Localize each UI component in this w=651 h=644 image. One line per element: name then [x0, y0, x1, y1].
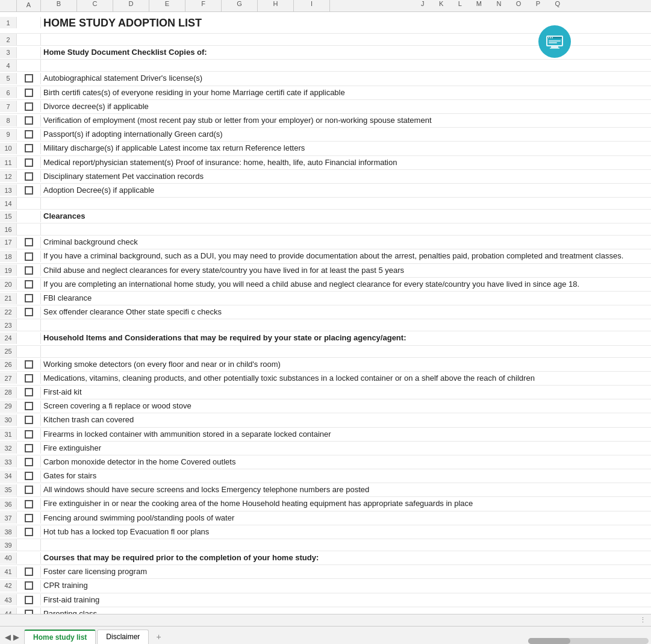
- table-row[interactable]: 32Fire extinguisher: [0, 442, 651, 455]
- table-row[interactable]: 16: [0, 224, 651, 236]
- table-row[interactable]: 35All windows should have secure screens…: [0, 483, 651, 497]
- checkbox-cell[interactable]: [17, 484, 41, 496]
- checkbox-icon[interactable]: [25, 89, 33, 97]
- checkbox-icon[interactable]: [25, 280, 33, 289]
- sheet-tab[interactable]: Home study list: [24, 630, 96, 644]
- table-row[interactable]: 19Child abuse and neglect clearances for…: [0, 264, 651, 278]
- checkbox-icon[interactable]: [25, 486, 33, 494]
- checkbox-icon[interactable]: [25, 444, 33, 452]
- checkbox-icon[interactable]: [25, 458, 33, 466]
- checkbox-cell[interactable]: [17, 526, 41, 537]
- table-row[interactable]: 4: [0, 60, 651, 72]
- table-row[interactable]: 26Working smoke detectors (on every floo…: [0, 358, 651, 372]
- table-row[interactable]: 44Parenting class: [0, 607, 651, 614]
- checkbox-cell[interactable]: [17, 157, 41, 168]
- checkbox-icon[interactable]: [25, 102, 33, 111]
- checkbox-cell[interactable]: [17, 498, 41, 510]
- checkbox-icon[interactable]: [25, 294, 33, 302]
- checkbox-icon[interactable]: [25, 252, 33, 261]
- checkbox-cell[interactable]: [17, 293, 41, 304]
- checkbox-cell[interactable]: [17, 401, 41, 412]
- checkbox-icon[interactable]: [25, 514, 33, 522]
- table-row[interactable]: 37Fencing around swimming pool/standing …: [0, 511, 651, 525]
- checkbox-icon[interactable]: [25, 144, 33, 152]
- checkbox-cell[interactable]: [17, 512, 41, 524]
- checkbox-icon[interactable]: [25, 596, 33, 604]
- checkbox-cell[interactable]: [17, 115, 41, 127]
- table-row[interactable]: 29Screen covering a fi replace or wood s…: [0, 399, 651, 413]
- checkbox-icon[interactable]: [25, 238, 33, 246]
- checkbox-icon[interactable]: [25, 116, 33, 125]
- table-row[interactable]: 17Criminal background check: [0, 236, 651, 249]
- checkbox-icon[interactable]: [25, 500, 33, 508]
- checkbox-cell[interactable]: [17, 387, 41, 398]
- checkbox-icon[interactable]: [25, 186, 33, 195]
- table-row[interactable]: 41Foster care licensing program: [0, 565, 651, 579]
- checkbox-icon[interactable]: [25, 472, 33, 480]
- table-row[interactable]: 10Military discharge(s) if applicable La…: [0, 142, 651, 155]
- scrollbar-area[interactable]: [528, 638, 649, 644]
- checkbox-cell[interactable]: [17, 414, 41, 426]
- checkbox-icon[interactable]: [25, 416, 33, 424]
- table-row[interactable]: 31Firearms in locked container with ammu…: [0, 428, 651, 442]
- table-row[interactable]: 25: [0, 346, 651, 358]
- checkbox-cell[interactable]: [17, 87, 41, 98]
- add-sheet-button[interactable]: +: [150, 630, 167, 644]
- checkbox-cell[interactable]: [17, 358, 41, 370]
- checkbox-icon[interactable]: [25, 374, 33, 383]
- checkbox-cell[interactable]: [17, 594, 41, 605]
- checkbox-cell[interactable]: [17, 184, 41, 196]
- checkbox-cell[interactable]: [17, 143, 41, 154]
- table-row[interactable]: 12Disciplinary statement Pet vaccination…: [0, 170, 651, 184]
- table-row[interactable]: 5Autobiographical statement Driver's lic…: [0, 72, 651, 86]
- table-row[interactable]: 36Fire extinguisher in or near the cooki…: [0, 497, 651, 511]
- checkbox-cell[interactable]: [17, 237, 41, 248]
- content-area[interactable]: 1HOME STUDY ADOPTION LIST23Home Study Do…: [0, 12, 651, 614]
- table-row[interactable]: 42CPR training: [0, 579, 651, 593]
- table-row[interactable]: 18If you have a criminal background, suc…: [0, 249, 651, 263]
- checkbox-icon[interactable]: [25, 360, 33, 369]
- checkbox-cell[interactable]: [17, 73, 41, 84]
- checkbox-cell[interactable]: [17, 470, 41, 482]
- table-row[interactable]: 30Kitchen trash can covered: [0, 413, 651, 427]
- table-row[interactable]: 43First-aid training: [0, 593, 651, 607]
- checkbox-icon[interactable]: [25, 388, 33, 396]
- table-row[interactable]: 15Clearances: [0, 210, 651, 224]
- checkbox-cell[interactable]: [17, 566, 41, 578]
- table-row[interactable]: 20If you are completing an international…: [0, 278, 651, 292]
- checkbox-cell[interactable]: [17, 170, 41, 182]
- checkbox-icon[interactable]: [25, 610, 33, 614]
- checkbox-cell[interactable]: [17, 580, 41, 592]
- checkbox-icon[interactable]: [25, 567, 33, 576]
- checkbox-icon[interactable]: [25, 172, 33, 181]
- checkbox-icon[interactable]: [25, 74, 33, 83]
- checkbox-icon[interactable]: [25, 581, 33, 590]
- checkbox-cell[interactable]: [17, 101, 41, 112]
- checkbox-icon[interactable]: [25, 430, 33, 439]
- table-row[interactable]: 8Verification of employment (most recent…: [0, 114, 651, 128]
- checkbox-cell[interactable]: [17, 456, 41, 467]
- table-row[interactable]: 24Household Items and Considerations tha…: [0, 331, 651, 345]
- checkbox-icon[interactable]: [25, 266, 33, 275]
- checkbox-cell[interactable]: [17, 608, 41, 614]
- checkbox-icon[interactable]: [25, 402, 33, 410]
- checkbox-cell[interactable]: [17, 278, 41, 290]
- checkbox-cell[interactable]: [17, 428, 41, 440]
- checkbox-icon[interactable]: [25, 130, 33, 139]
- table-row[interactable]: 34Gates for stairs: [0, 469, 651, 483]
- table-row[interactable]: 11Medical report/physician statement(s) …: [0, 156, 651, 170]
- checkbox-cell[interactable]: [17, 372, 41, 384]
- table-row[interactable]: 23: [0, 319, 651, 331]
- table-row[interactable]: 28First-aid kit: [0, 386, 651, 399]
- sheet-options-icon[interactable]: ⋮: [640, 616, 646, 624]
- checkbox-icon[interactable]: [25, 158, 33, 167]
- table-row[interactable]: 13Adoption Decree(s) if applicable: [0, 184, 651, 198]
- nav-next-icon[interactable]: ▶: [13, 633, 19, 642]
- checkbox-cell[interactable]: [17, 251, 41, 262]
- checkbox-cell[interactable]: [17, 129, 41, 140]
- checkbox-cell[interactable]: [17, 264, 41, 276]
- table-row[interactable]: 21FBI clearance: [0, 292, 651, 305]
- checkbox-icon[interactable]: [25, 308, 33, 316]
- table-row[interactable]: 27Medications, vitamins, cleaning produc…: [0, 372, 651, 386]
- table-row[interactable]: 39: [0, 539, 651, 551]
